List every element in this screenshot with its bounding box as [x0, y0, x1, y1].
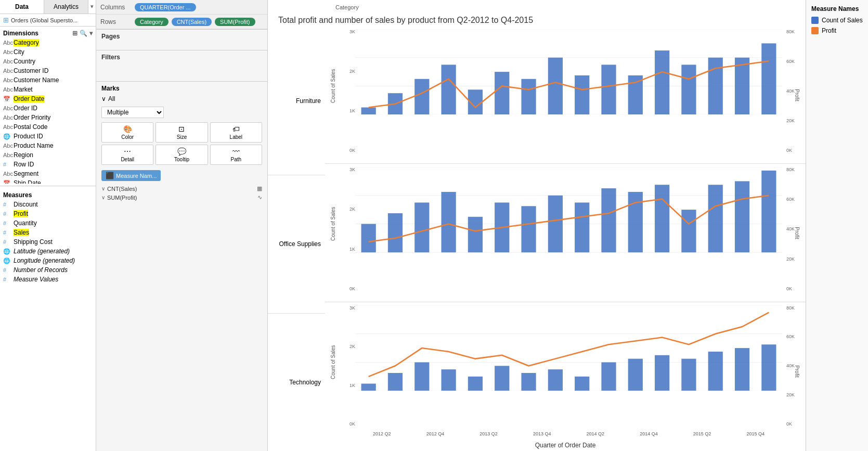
tab-dropdown[interactable]: ▾ — [88, 0, 96, 14]
abc-icon: Abc — [3, 171, 11, 177]
path-icon: 〰 — [232, 147, 240, 156]
tab-data[interactable]: Data — [0, 0, 44, 14]
grid-icon[interactable]: ⊞ — [72, 30, 77, 37]
office-chart: Count of Sales 3K2K1K0K 80K60K40K20K0K P… — [325, 165, 806, 302]
columns-label: Columns — [100, 4, 132, 11]
color-button[interactable]: 🎨 Color — [101, 122, 153, 143]
office-svg — [355, 167, 782, 252]
legend-title: Measure Names — [811, 5, 863, 12]
svg-rect-53 — [601, 362, 616, 391]
toolbar: Columns QUARTER(Order ... Rows Category … — [96, 0, 267, 30]
field-discount[interactable]: # Discount — [0, 200, 96, 209]
hash-icon: # — [3, 239, 11, 245]
field-market[interactable]: Abc Market — [0, 85, 96, 94]
sub-mark-sum[interactable]: ∨ SUM(Profit) ∿ — [101, 193, 262, 202]
legend-item-profit: Profit — [811, 27, 863, 34]
field-label-longitude: Longitude (generated) — [14, 257, 75, 264]
svg-rect-32 — [575, 203, 589, 253]
svg-rect-51 — [548, 369, 563, 391]
columns-pill[interactable]: QUARTER(Order ... — [135, 3, 196, 11]
hash-icon: # — [3, 276, 11, 282]
marks-type-select[interactable]: Multiple Automatic Bar Line Area Circle … — [101, 107, 164, 118]
chart-title: Total profit and number of sales by prod… — [268, 10, 806, 27]
field-latitude[interactable]: 🌐 Latitude (generated) — [0, 247, 96, 256]
field-segment[interactable]: Abc Segment — [0, 169, 96, 178]
x-axis-labels: 2012 Q22012 Q42013 Q22013 Q42014 Q22014 … — [355, 428, 782, 440]
field-order-priority[interactable]: Abc Order Priority — [0, 113, 96, 122]
field-row-id[interactable]: # Row ID — [0, 160, 96, 169]
field-label-shipping-cost: Shipping Cost — [14, 238, 53, 246]
field-longitude[interactable]: 🌐 Longitude (generated) — [0, 256, 96, 265]
field-number-of-records[interactable]: # Number of Records — [0, 265, 96, 275]
field-quantity[interactable]: # Quantity — [0, 218, 96, 228]
field-label-category: Category — [14, 39, 39, 46]
label-label: Label — [230, 134, 242, 140]
field-product-id[interactable]: 🌐 Product ID — [0, 132, 96, 141]
globe-icon: 🌐 — [3, 257, 11, 264]
field-product-name[interactable]: Abc Product Name — [0, 141, 96, 150]
field-sales[interactable]: # Sales — [0, 228, 96, 237]
more-icon[interactable]: ▾ — [89, 30, 93, 37]
field-region[interactable]: Abc Region — [0, 150, 96, 160]
category-axis-header: Category — [268, 0, 806, 10]
search-icon[interactable]: 🔍 — [80, 30, 87, 37]
y-left-label-furniture: Count of Sales — [330, 87, 336, 103]
field-shipping-cost[interactable]: # Shipping Cost — [0, 237, 96, 247]
abc-icon: Abc — [3, 105, 11, 111]
main-area: Category Total profit and number of sale… — [268, 0, 806, 451]
svg-rect-26 — [414, 203, 429, 253]
marks-type-dropdown[interactable]: Multiple Automatic Bar Line Area Circle … — [101, 107, 262, 118]
measure-name-pill[interactable]: ⬛ Measure Nam... — [101, 170, 161, 181]
dots-icon: ⬛ — [106, 172, 114, 179]
field-ship-date[interactable]: 📅 Ship Date — [0, 178, 96, 184]
field-postal-code[interactable]: Abc Postal Code — [0, 122, 96, 132]
marks-section: Marks ∨ All Multiple Automatic Bar Line … — [96, 82, 267, 451]
rows-pill-sum[interactable]: SUM(Profit) — [215, 18, 255, 26]
svg-rect-55 — [655, 355, 669, 390]
field-customer-name[interactable]: Abc Customer Name — [0, 75, 96, 85]
svg-rect-54 — [628, 358, 643, 391]
path-button[interactable]: 〰 Path — [210, 145, 262, 165]
hash-icon: # — [3, 220, 11, 226]
svg-rect-30 — [521, 207, 536, 253]
tab-analytics[interactable]: Analytics — [44, 0, 88, 14]
marks-all-row: ∨ All — [101, 95, 262, 102]
svg-rect-59 — [761, 344, 776, 391]
field-label-customer-name: Customer Name — [14, 76, 59, 84]
collapse-arrow[interactable]: ∨ — [101, 95, 106, 102]
datasource-label: Orders (Global Supersto... — [11, 17, 77, 23]
field-order-date[interactable]: 📅 Order Date — [0, 94, 96, 104]
field-country[interactable]: Abc Country — [0, 57, 96, 66]
svg-rect-27 — [441, 192, 456, 252]
field-label-sales: Sales — [14, 229, 29, 236]
rows-pill-category[interactable]: Category — [135, 18, 169, 26]
measures-list: # Discount # Profit # Quantity # Sales #… — [0, 200, 96, 284]
dimensions-list: Abc Category Abc City Abc Country Abc Cu… — [0, 38, 96, 184]
svg-rect-52 — [575, 376, 589, 390]
field-order-id[interactable]: Abc Order ID — [0, 104, 96, 113]
sub-mark-cnt[interactable]: ∨ CNT(Sales) ▦ — [101, 184, 262, 193]
rows-pill-cnt[interactable]: CNT(Sales) — [172, 18, 212, 26]
charts-area: Count of Sales 3K2K1K0K 80K60K40K20K0K P… — [325, 27, 806, 451]
field-profit[interactable]: # Profit — [0, 209, 96, 218]
chart-container: Furniture Office Supplies Technology Cou… — [268, 27, 806, 451]
svg-rect-35 — [655, 185, 669, 253]
tooltip-button[interactable]: 💬 Tooltip — [156, 145, 208, 165]
field-category[interactable]: Abc Category — [0, 38, 96, 47]
label-button[interactable]: 🏷 Label — [210, 122, 262, 143]
left-panel: Data Analytics ▾ ⊞ Orders (Global Supers… — [0, 0, 96, 451]
field-measure-values[interactable]: # Measure Values — [0, 275, 96, 284]
field-city[interactable]: Abc City — [0, 47, 96, 57]
svg-rect-58 — [735, 348, 749, 391]
data-source-row[interactable]: ⊞ Orders (Global Supersto... — [0, 14, 96, 27]
marks-grid: 🎨 Color ⊡ Size 🏷 Label ⋯ Detail 💬 Toolti… — [101, 122, 262, 165]
y-right-label-furniture: Profit — [794, 87, 800, 103]
size-button[interactable]: ⊡ Size — [156, 122, 208, 143]
svg-rect-44 — [361, 383, 376, 391]
svg-rect-33 — [601, 188, 616, 252]
measures-header: Measures — [0, 188, 96, 200]
field-customer-id[interactable]: Abc Customer ID — [0, 66, 96, 75]
svg-rect-25 — [388, 213, 403, 252]
svg-rect-36 — [681, 210, 696, 252]
detail-button[interactable]: ⋯ Detail — [101, 145, 153, 165]
